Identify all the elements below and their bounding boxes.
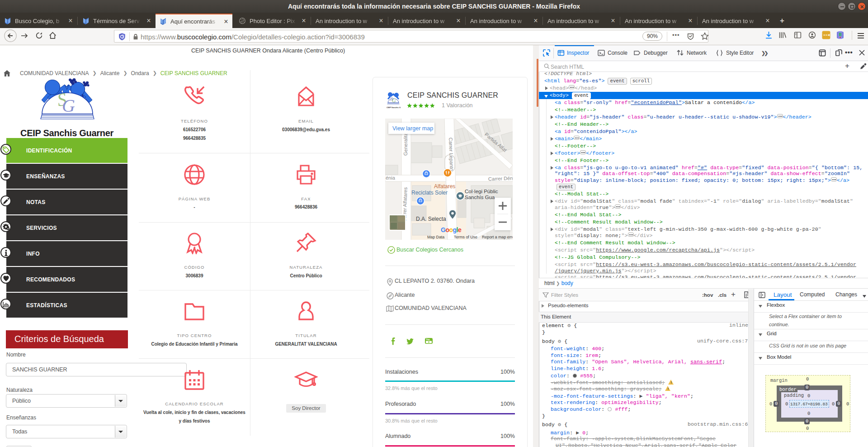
svg-text:Report a map error: Report a map error bbox=[482, 235, 513, 239]
svg-text:Carrer Déni: Carrer Déni bbox=[488, 175, 513, 181]
svg-text:Alfatares: Alfatares bbox=[434, 183, 455, 190]
svg-text:CEIP Sanchis Guarner: CEIP Sanchis Guarner bbox=[387, 106, 401, 109]
svg-text:D.A. Selecta: D.A. Selecta bbox=[416, 216, 446, 222]
svg-text:o: o bbox=[449, 226, 453, 233]
svg-text:G: G bbox=[392, 97, 396, 104]
svg-text:Generalitat: Generalitat bbox=[403, 131, 408, 156]
svg-text:o: o bbox=[446, 226, 449, 233]
svg-text:énia: énia bbox=[386, 175, 396, 181]
svg-text:Col·legi Públic: Col·legi Públic bbox=[465, 189, 498, 194]
svg-text:G: G bbox=[62, 95, 75, 116]
svg-text:g: g bbox=[453, 226, 457, 233]
svg-text:Terms of Use: Terms of Use bbox=[454, 235, 477, 239]
svg-text:e: e bbox=[458, 226, 462, 233]
svg-text:Reciclats Soler: Reciclats Soler bbox=[411, 190, 448, 196]
svg-text:Map Data: Map Data bbox=[427, 235, 444, 239]
svg-text:View larger map: View larger map bbox=[392, 125, 433, 132]
svg-text:Sanchís Gua: Sanchís Gua bbox=[465, 195, 495, 200]
svg-text:G: G bbox=[441, 226, 446, 233]
svg-text:You: You bbox=[426, 338, 430, 341]
